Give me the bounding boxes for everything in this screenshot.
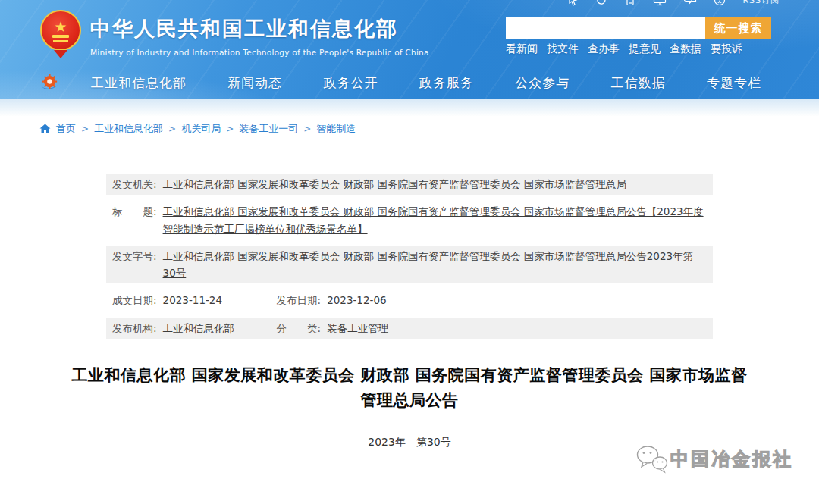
site-title: 中华人民共和国工业和信息化部 bbox=[90, 15, 429, 42]
quick-link[interactable]: 要投诉 bbox=[711, 42, 742, 56]
meta-row: 成文日期:2023-11-24发布日期:2023-12-06 bbox=[106, 290, 713, 311]
nav-item[interactable]: 新闻动态 bbox=[228, 74, 282, 92]
meta-label: 分 类: bbox=[277, 320, 322, 337]
emblem-gate-icon bbox=[52, 35, 69, 38]
meta-label: 发文机关: bbox=[112, 176, 157, 193]
header-quick-links: 看新闻找文件查办事提意见查数据要投诉 bbox=[506, 42, 742, 56]
quick-link[interactable]: 看新闻 bbox=[506, 42, 538, 56]
quick-link[interactable]: 查办事 bbox=[588, 42, 620, 56]
meta-value[interactable]: 工业和信息化部 国家发展和改革委员会 财政部 国务院国有资产监督管理委员会 国家… bbox=[163, 176, 705, 193]
breadcrumb-separator: > bbox=[303, 124, 311, 134]
meta-label: 发布日期: bbox=[277, 292, 322, 308]
unified-search-button[interactable]: 统一搜索 bbox=[705, 17, 771, 39]
nav-items: 工业和信息化部新闻动态政务公开政务服务公众参与工信数据专题专栏 bbox=[0, 67, 819, 99]
nav-item[interactable]: 工信数据 bbox=[611, 74, 666, 92]
breadcrumb-link[interactable]: 装备工业一司 bbox=[239, 122, 298, 136]
accessibility-icon[interactable] bbox=[714, 0, 726, 6]
site-title-block: 中华人民共和国工业和信息化部 Ministry of Industry and … bbox=[90, 15, 429, 57]
quick-link[interactable]: 提意见 bbox=[629, 42, 661, 56]
issue-number: 2023年 第30号 bbox=[68, 436, 751, 449]
breadcrumb-separator: > bbox=[81, 124, 89, 134]
site-header: RSS订阅 ★ 中华人民共和国工业和信息化部 Ministry of Indus… bbox=[0, 0, 819, 99]
article: 工业和信息化部 国家发展和改革委员会 财政部 国务院国有资产监督管理委员会 国家… bbox=[68, 363, 751, 504]
meta-value[interactable]: 工业和信息化部 国家发展和改革委员会 财政部 国务院国有资产监督管理委员会 国家… bbox=[163, 203, 705, 237]
miit-nav-logo-icon[interactable] bbox=[40, 74, 59, 92]
meta-row: 标 题:工业和信息化部 国家发展和改革委员会 财政部 国务院国有资产监督管理委员… bbox=[106, 201, 713, 239]
meta-label: 标 题: bbox=[112, 203, 157, 220]
emblem-star-icon: ★ bbox=[54, 20, 67, 33]
search-input[interactable] bbox=[506, 17, 705, 39]
breadcrumb-separator: > bbox=[168, 124, 176, 134]
site-subtitle-en: Ministry of Industry and Information Tec… bbox=[90, 48, 429, 57]
nav-item[interactable]: 公众参与 bbox=[515, 74, 570, 92]
meta-value[interactable]: 工业和信息化部 bbox=[163, 320, 277, 337]
header-fade-strip bbox=[0, 99, 819, 116]
refresh-icon[interactable] bbox=[595, 0, 607, 6]
meta-value: 2023-11-24 bbox=[163, 292, 277, 308]
pointer-icon[interactable] bbox=[567, 0, 579, 6]
meta-label: 发文字号: bbox=[112, 248, 157, 265]
nav-item[interactable]: 政务服务 bbox=[419, 74, 474, 92]
meta-value[interactable]: 装备工业管理 bbox=[327, 320, 388, 337]
breadcrumb: 首页>工业和信息化部>机关司局>装备工业一司>智能制造 bbox=[39, 122, 819, 136]
nav-item[interactable]: 政务公开 bbox=[324, 74, 378, 92]
device-icon[interactable] bbox=[624, 0, 636, 6]
national-emblem-logo: ★ bbox=[40, 10, 81, 51]
meta-row: 发文机关:工业和信息化部 国家发展和改革委员会 财政部 国务院国有资产监督管理委… bbox=[106, 174, 713, 195]
breadcrumb-link[interactable]: 工业和信息化部 bbox=[94, 122, 163, 136]
doc-meta-table: 发文机关:工业和信息化部 国家发展和改革委员会 财政部 国务院国有资产监督管理委… bbox=[106, 174, 713, 339]
nav-item[interactable]: 专题专栏 bbox=[707, 74, 761, 92]
breadcrumb-link[interactable]: 智能制造 bbox=[316, 122, 356, 136]
meta-label: 成文日期: bbox=[112, 292, 157, 308]
nav-item[interactable]: 工业和信息化部 bbox=[91, 74, 187, 92]
quick-link[interactable]: 查数据 bbox=[670, 42, 701, 56]
main-nav: 工业和信息化部新闻动态政务公开政务服务公众参与工信数据专题专栏 bbox=[0, 67, 819, 99]
rss-link[interactable]: RSS订阅 bbox=[742, 0, 780, 6]
quick-link[interactable]: 找文件 bbox=[547, 42, 579, 56]
meta-row: 发布机构:工业和信息化部分 类:装备工业管理 bbox=[106, 318, 713, 339]
meta-value[interactable]: 工业和信息化部 国家发展和改革委员会 财政部 国务院国有资产监督管理委员会 国家… bbox=[163, 248, 705, 282]
monitor-icon[interactable] bbox=[653, 0, 667, 6]
chat-icon[interactable] bbox=[683, 0, 697, 6]
breadcrumb-link[interactable]: 机关司局 bbox=[181, 122, 221, 136]
meta-value: 2023-12-06 bbox=[327, 292, 386, 308]
meta-label: 发布机构: bbox=[112, 320, 157, 337]
home-icon[interactable] bbox=[39, 124, 51, 134]
document-title: 工业和信息化部 国家发展和改革委员会 财政部 国务院国有资产监督管理委员会 国家… bbox=[68, 363, 751, 413]
miit-portal-page: RSS订阅 ★ 中华人民共和国工业和信息化部 Ministry of Indus… bbox=[0, 0, 819, 504]
meta-row: 发文字号:工业和信息化部 国家发展和改革委员会 财政部 国务院国有资产监督管理委… bbox=[106, 246, 713, 284]
breadcrumb-link[interactable]: 首页 bbox=[56, 122, 76, 136]
header-mini-icons: RSS订阅 bbox=[567, 0, 780, 6]
breadcrumb-separator: > bbox=[226, 124, 234, 134]
